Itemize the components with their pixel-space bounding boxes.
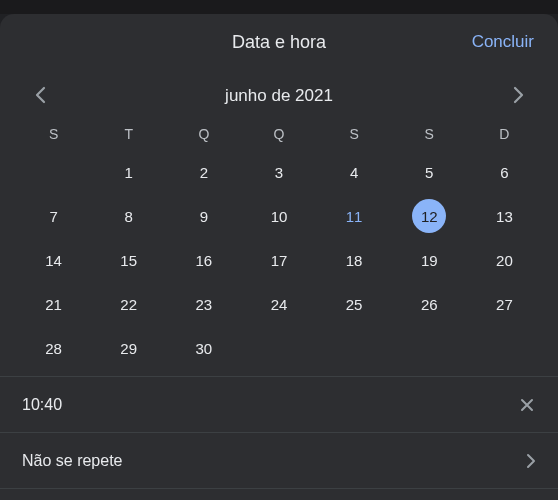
repeat-label: Não se repete bbox=[22, 452, 123, 470]
calendar-day[interactable]: 25 bbox=[317, 284, 392, 324]
calendar-day[interactable]: 20 bbox=[467, 240, 542, 280]
calendar-day[interactable]: 18 bbox=[317, 240, 392, 280]
calendar-day[interactable]: 12 bbox=[392, 196, 467, 236]
sheet-title: Data e hora bbox=[232, 32, 326, 53]
time-row[interactable]: 10:40 bbox=[0, 377, 558, 433]
weekday-label: Q bbox=[241, 126, 316, 142]
chevron-right-icon bbox=[526, 453, 536, 469]
weekday-label: S bbox=[317, 126, 392, 142]
weekday-header-row: S T Q Q S S D bbox=[0, 126, 558, 142]
chevron-left-icon bbox=[35, 86, 46, 107]
calendar-day[interactable]: 21 bbox=[16, 284, 91, 324]
calendar-day[interactable]: 23 bbox=[166, 284, 241, 324]
calendar-day[interactable]: 7 bbox=[16, 196, 91, 236]
calendar-day[interactable]: 11 bbox=[317, 196, 392, 236]
calendar-day[interactable]: 26 bbox=[392, 284, 467, 324]
calendar-day[interactable]: 19 bbox=[392, 240, 467, 280]
calendar-day[interactable]: 2 bbox=[166, 152, 241, 192]
calendar-grid: 1234567891011121314151617181920212223242… bbox=[0, 152, 558, 368]
calendar-day[interactable]: 1 bbox=[91, 152, 166, 192]
next-month-button[interactable] bbox=[506, 84, 530, 108]
weekday-label: S bbox=[16, 126, 91, 142]
chevron-right-icon bbox=[513, 86, 524, 107]
date-time-sheet: Data e hora Concluir junho de 2021 S T Q… bbox=[0, 14, 558, 500]
done-button[interactable]: Concluir bbox=[472, 32, 534, 52]
weekday-label: D bbox=[467, 126, 542, 142]
calendar-day[interactable]: 14 bbox=[16, 240, 91, 280]
repeat-row[interactable]: Não se repete bbox=[0, 433, 558, 489]
calendar-day[interactable]: 29 bbox=[91, 328, 166, 368]
calendar-day[interactable]: 15 bbox=[91, 240, 166, 280]
calendar-day[interactable]: 8 bbox=[91, 196, 166, 236]
calendar-empty-cell bbox=[16, 152, 91, 192]
calendar-day[interactable]: 3 bbox=[241, 152, 316, 192]
weekday-label: T bbox=[91, 126, 166, 142]
sheet-header: Data e hora Concluir bbox=[0, 14, 558, 70]
calendar-day[interactable]: 17 bbox=[241, 240, 316, 280]
calendar-day[interactable]: 4 bbox=[317, 152, 392, 192]
calendar-day[interactable]: 13 bbox=[467, 196, 542, 236]
clear-time-button[interactable] bbox=[518, 396, 536, 414]
calendar-day[interactable]: 5 bbox=[392, 152, 467, 192]
calendar-day[interactable]: 27 bbox=[467, 284, 542, 324]
calendar-day[interactable]: 16 bbox=[166, 240, 241, 280]
calendar-day[interactable]: 9 bbox=[166, 196, 241, 236]
calendar-day[interactable]: 28 bbox=[16, 328, 91, 368]
weekday-label: S bbox=[392, 126, 467, 142]
calendar-day[interactable]: 24 bbox=[241, 284, 316, 324]
month-navigation: junho de 2021 bbox=[0, 70, 558, 126]
month-year-label: junho de 2021 bbox=[52, 86, 506, 106]
prev-month-button[interactable] bbox=[28, 84, 52, 108]
calendar-day[interactable]: 22 bbox=[91, 284, 166, 324]
calendar-day[interactable]: 6 bbox=[467, 152, 542, 192]
weekday-label: Q bbox=[166, 126, 241, 142]
close-icon bbox=[518, 396, 536, 414]
calendar-day[interactable]: 10 bbox=[241, 196, 316, 236]
calendar-day[interactable]: 30 bbox=[166, 328, 241, 368]
time-value: 10:40 bbox=[22, 396, 62, 414]
